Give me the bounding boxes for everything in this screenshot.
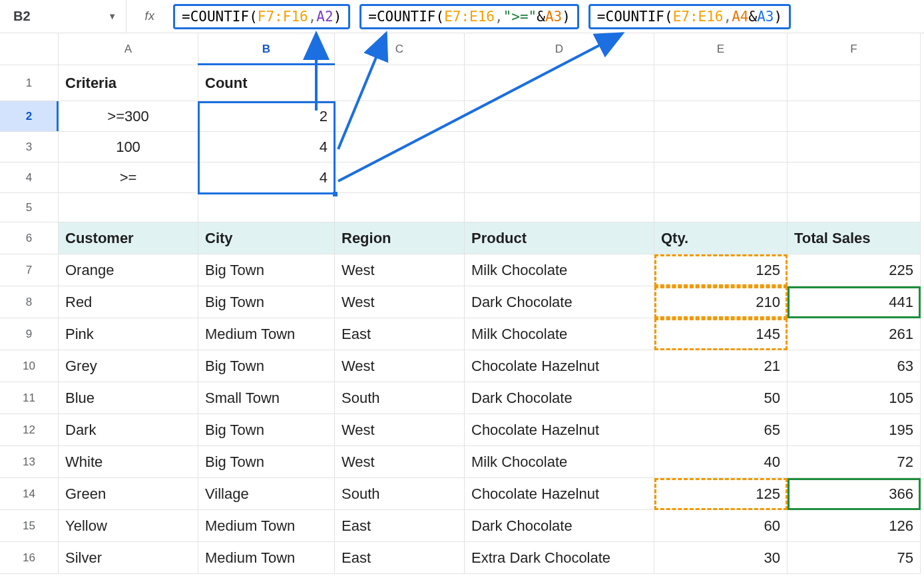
- cell-A13[interactable]: White: [59, 446, 198, 478]
- cell-C8[interactable]: West: [335, 286, 465, 318]
- cell-E1[interactable]: [654, 65, 788, 101]
- cell-E7[interactable]: 125: [654, 254, 788, 286]
- cell-F10[interactable]: 63: [788, 350, 921, 382]
- cell-A15[interactable]: Yellow: [59, 510, 198, 542]
- cell-F7[interactable]: 225: [788, 254, 921, 286]
- cell-D14[interactable]: Chocolate Hazelnut: [465, 478, 654, 510]
- cell-C2[interactable]: [335, 101, 465, 132]
- row-head-1[interactable]: 1: [0, 65, 59, 101]
- cell-E9[interactable]: 145: [654, 318, 788, 350]
- cell-B7[interactable]: Big Town: [198, 254, 335, 286]
- cell-B11[interactable]: Small Town: [198, 382, 335, 414]
- cell-B4[interactable]: 4: [198, 162, 335, 193]
- cell-C9[interactable]: East: [335, 318, 465, 350]
- cell-E4[interactable]: [654, 162, 788, 193]
- col-head-E[interactable]: E: [654, 33, 788, 65]
- cell-D10[interactable]: Chocolate Hazelnut: [465, 350, 654, 382]
- cell-A9[interactable]: Pink: [59, 318, 198, 350]
- cell-F4[interactable]: [788, 162, 921, 193]
- cell-B6[interactable]: City: [198, 222, 335, 254]
- cell-F1[interactable]: [788, 65, 921, 101]
- cell-D2[interactable]: [465, 101, 654, 132]
- cell-B14[interactable]: Village: [198, 478, 335, 510]
- cell-C5[interactable]: [335, 193, 465, 222]
- cell-B1[interactable]: Count: [198, 65, 335, 101]
- cell-D1[interactable]: [465, 65, 654, 101]
- cell-D8[interactable]: Dark Chocolate: [465, 286, 654, 318]
- cell-C7[interactable]: West: [335, 254, 465, 286]
- cell-F8[interactable]: 441: [788, 286, 921, 318]
- cell-E6[interactable]: Qty.: [654, 222, 788, 254]
- row-head-7[interactable]: 7: [0, 254, 59, 286]
- cell-F2[interactable]: [788, 101, 921, 132]
- cell-D4[interactable]: [465, 162, 654, 193]
- cell-A10[interactable]: Grey: [59, 350, 198, 382]
- cell-E14[interactable]: 125: [654, 478, 788, 510]
- col-head-D[interactable]: D: [465, 33, 654, 65]
- cell-E8[interactable]: 210: [654, 286, 788, 318]
- row-head-14[interactable]: 14: [0, 478, 59, 510]
- spreadsheet-grid[interactable]: A B C D E F 1 Criteria Count 2 >=300 2: [0, 33, 924, 574]
- cell-C15[interactable]: East: [335, 510, 465, 542]
- cell-A8[interactable]: Red: [59, 286, 198, 318]
- row-head-12[interactable]: 12: [0, 414, 59, 446]
- cell-D6[interactable]: Product: [465, 222, 654, 254]
- cell-F14[interactable]: 366: [788, 478, 921, 510]
- cell-D16[interactable]: Extra Dark Chocolate: [465, 542, 654, 574]
- cell-C1[interactable]: [335, 65, 465, 101]
- cell-C3[interactable]: [335, 132, 465, 162]
- col-head-C[interactable]: C: [335, 33, 465, 65]
- cell-B15[interactable]: Medium Town: [198, 510, 335, 542]
- cell-D5[interactable]: [465, 193, 654, 222]
- cell-C16[interactable]: East: [335, 542, 465, 574]
- cell-F15[interactable]: 126: [788, 510, 921, 542]
- cell-E15[interactable]: 60: [654, 510, 788, 542]
- cell-B13[interactable]: Big Town: [198, 446, 335, 478]
- cell-A16[interactable]: Silver: [59, 542, 198, 574]
- row-head-16[interactable]: 16: [0, 542, 59, 574]
- cell-F5[interactable]: [788, 193, 921, 222]
- cell-C12[interactable]: West: [335, 414, 465, 446]
- col-head-F[interactable]: F: [788, 33, 921, 65]
- cell-A1[interactable]: Criteria: [59, 65, 198, 101]
- row-head-8[interactable]: 8: [0, 286, 59, 318]
- cell-B12[interactable]: Big Town: [198, 414, 335, 446]
- cell-D9[interactable]: Milk Chocolate: [465, 318, 654, 350]
- cell-D7[interactable]: Milk Chocolate: [465, 254, 654, 286]
- cell-E13[interactable]: 40: [654, 446, 788, 478]
- cell-A3[interactable]: 100: [59, 132, 198, 162]
- cell-D3[interactable]: [465, 132, 654, 162]
- cell-E11[interactable]: 50: [654, 382, 788, 414]
- cell-A2[interactable]: >=300: [59, 101, 198, 132]
- select-all-cell[interactable]: [0, 33, 59, 65]
- cell-B8[interactable]: Big Town: [198, 286, 335, 318]
- cell-E16[interactable]: 30: [654, 542, 788, 574]
- row-head-4[interactable]: 4: [0, 162, 59, 193]
- row-head-6[interactable]: 6: [0, 222, 59, 254]
- row-head-11[interactable]: 11: [0, 382, 59, 414]
- col-head-A[interactable]: A: [59, 33, 198, 65]
- row-head-3[interactable]: 3: [0, 132, 59, 162]
- row-head-13[interactable]: 13: [0, 446, 59, 478]
- cell-A4[interactable]: >=: [59, 162, 198, 193]
- cell-F6[interactable]: Total Sales: [788, 222, 921, 254]
- cell-F11[interactable]: 105: [788, 382, 921, 414]
- cell-B3[interactable]: 4: [198, 132, 335, 162]
- cell-D12[interactable]: Chocolate Hazelnut: [465, 414, 654, 446]
- cell-C13[interactable]: West: [335, 446, 465, 478]
- cell-E12[interactable]: 65: [654, 414, 788, 446]
- cell-A12[interactable]: Dark: [59, 414, 198, 446]
- row-head-15[interactable]: 15: [0, 510, 59, 542]
- cell-A5[interactable]: [59, 193, 198, 222]
- cell-A6[interactable]: Customer: [59, 222, 198, 254]
- cell-B10[interactable]: Big Town: [198, 350, 335, 382]
- cell-B16[interactable]: Medium Town: [198, 542, 335, 574]
- cell-D15[interactable]: Dark Chocolate: [465, 510, 654, 542]
- cell-B5[interactable]: [198, 193, 335, 222]
- cell-F9[interactable]: 261: [788, 318, 921, 350]
- col-head-B[interactable]: B: [198, 33, 335, 65]
- row-head-5[interactable]: 5: [0, 193, 59, 222]
- cell-C14[interactable]: South: [335, 478, 465, 510]
- cell-D13[interactable]: Milk Chocolate: [465, 446, 654, 478]
- cell-E3[interactable]: [654, 132, 788, 162]
